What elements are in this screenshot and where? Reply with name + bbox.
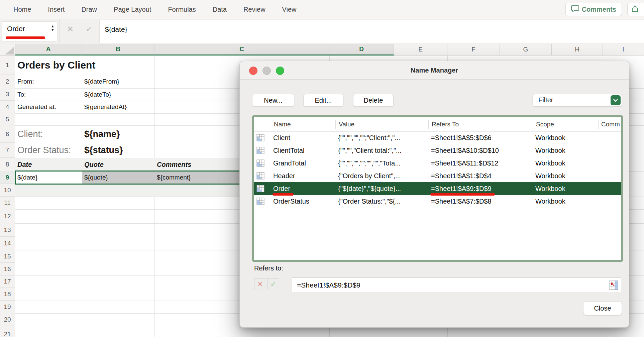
column-header-G[interactable]: G	[500, 44, 552, 55]
nm-refers: =Sheet1!$A$7:$D$8	[431, 195, 492, 208]
menu-item-data[interactable]: Data	[213, 6, 227, 13]
delete-button-label: Delete	[364, 97, 383, 104]
cell-B8[interactable]: Quote	[82, 158, 104, 171]
nm-refers: =Sheet1!$A$11:$D$12	[431, 157, 498, 170]
row-header-6[interactable]: 6	[0, 125, 15, 143]
traffic-zoom-button[interactable]	[276, 67, 284, 75]
select-all-corner[interactable]	[0, 44, 15, 56]
row-header-3[interactable]: 3	[0, 88, 15, 101]
cell-A6[interactable]: Client:	[15, 125, 43, 143]
close-button[interactable]: Close	[583, 301, 622, 315]
nm-value: {"${date}","${quote}...	[338, 182, 401, 195]
cancel-entry-icon[interactable]: ✕	[67, 24, 74, 34]
column-header-A[interactable]: A	[15, 44, 82, 55]
column-header-E[interactable]: E	[394, 44, 447, 55]
row-header-5[interactable]: 5	[0, 113, 15, 125]
edit-button[interactable]: Edit...	[303, 94, 343, 107]
comments-button[interactable]: Comments	[565, 3, 622, 16]
menu-item-view[interactable]: View	[282, 6, 297, 13]
cell-B4[interactable]: ${generatedAt}	[82, 101, 127, 113]
row-header-12[interactable]: 12	[0, 209, 15, 223]
named-range-icon	[256, 198, 264, 206]
nm-value: {"Order Status:","${...	[338, 195, 401, 208]
share-button[interactable]	[627, 3, 644, 16]
refers-to-input[interactable]: =Sheet1!$A$9:$D$9	[292, 277, 621, 293]
cell-A1[interactable]: Orders by Client	[15, 55, 95, 75]
row-header-7[interactable]: 7	[0, 143, 15, 158]
new-button[interactable]: New...	[252, 94, 294, 107]
name-box-stepper[interactable]: ▲▼	[51, 24, 55, 32]
menu-item-insert[interactable]: Insert	[48, 6, 65, 13]
row-header-11[interactable]: 11	[0, 197, 15, 209]
filter-label: Filter	[538, 96, 553, 104]
name-box[interactable]: Order ▲▼	[2, 21, 58, 41]
row-header-8[interactable]: 8	[0, 158, 15, 171]
cell-A8[interactable]: Date	[15, 158, 32, 171]
cell-B2[interactable]: ${dateFrom}	[82, 75, 119, 88]
nm-name: OrderStatus	[273, 195, 309, 208]
row-header-21[interactable]: 21	[0, 326, 15, 337]
cell-A2[interactable]: From:	[15, 75, 34, 88]
column-header-I[interactable]: I	[603, 44, 644, 55]
list-column-header-comment: Comm	[601, 117, 620, 131]
column-header-H[interactable]: H	[552, 44, 603, 55]
row-header-9[interactable]: 9	[0, 171, 15, 184]
dialog-titlebar[interactable]: Name Manager	[240, 61, 629, 80]
column-header-D[interactable]: D	[329, 44, 394, 55]
name-row-GrandTotal[interactable]: GrandTotal{"","","","";"","","Tota...=Sh…	[254, 157, 621, 170]
cell-C8[interactable]: Comments	[154, 158, 191, 171]
cell-B3[interactable]: ${dateTo}	[82, 88, 111, 101]
column-header-B[interactable]: B	[82, 44, 154, 55]
range-selector-icon[interactable]	[609, 280, 618, 291]
row-header-19[interactable]: 19	[0, 301, 15, 313]
menu-item-page-layout[interactable]: Page Layout	[114, 6, 151, 13]
row-header-14[interactable]: 14	[0, 237, 15, 250]
row-header-13[interactable]: 13	[0, 223, 15, 237]
name-row-Order[interactable]: Order{"${date}","${quote}...=Sheet1!$A$9…	[254, 182, 621, 195]
delete-button[interactable]: Delete	[353, 94, 394, 107]
traffic-minimize-button[interactable]	[262, 67, 271, 75]
menu-item-formulas[interactable]: Formulas	[168, 6, 196, 13]
row-header-1[interactable]: 1	[0, 55, 15, 75]
confirm-entry-icon[interactable]: ✓	[86, 24, 92, 34]
named-range-icon	[256, 159, 264, 168]
refers-confirm-button[interactable]: ✓	[267, 278, 279, 290]
chevron-down-icon[interactable]	[611, 95, 621, 105]
name-row-ClientTotal[interactable]: ClientTotal{"","","Client total:","...=S…	[254, 144, 621, 157]
row-header-15[interactable]: 15	[0, 250, 15, 263]
row-header-18[interactable]: 18	[0, 288, 15, 301]
list-column-header-name: Name	[274, 117, 291, 131]
cell-B7[interactable]: ${status}	[82, 143, 123, 158]
cell-B9[interactable]: ${quote}	[82, 171, 108, 184]
cell-A4[interactable]: Generated at:	[15, 101, 56, 113]
column-header-F[interactable]: F	[447, 44, 500, 55]
filter-dropdown[interactable]: Filter	[533, 94, 622, 107]
nm-name: GrandTotal	[273, 157, 306, 170]
cell-A9[interactable]: ${date}	[15, 171, 37, 184]
row-header-10[interactable]: 10	[0, 184, 15, 197]
name-manager-dialog: Name Manager New... Edit... Delete Filte…	[239, 61, 629, 328]
menu-item-draw[interactable]: Draw	[81, 6, 97, 13]
name-row-Client[interactable]: Client{"","","","";"Client:","...=Sheet1…	[254, 131, 621, 144]
close-button-label: Close	[594, 305, 611, 312]
cell-C9[interactable]: ${comment}	[154, 171, 191, 184]
row-header-20[interactable]: 20	[0, 313, 15, 326]
formula-input[interactable]: ${date}	[99, 20, 644, 43]
name-row-OrderStatus[interactable]: OrderStatus{"Order Status:","${...=Sheet…	[254, 195, 621, 208]
cell-A7[interactable]: Order Status:	[15, 143, 71, 158]
row-header-16[interactable]: 16	[0, 263, 15, 275]
column-header-C[interactable]: C	[154, 44, 329, 55]
row-header-17[interactable]: 17	[0, 275, 15, 288]
cell-B6[interactable]: ${name}	[82, 125, 120, 143]
menu-item-home[interactable]: Home	[13, 6, 31, 13]
menu-item-review[interactable]: Review	[243, 6, 265, 13]
cell-A3[interactable]: To:	[15, 88, 26, 101]
traffic-close-button[interactable]	[249, 67, 257, 75]
formula-bar-row: Order ▲▼ ✕ ✓ fx ${date}	[0, 19, 644, 44]
column-separator	[598, 120, 599, 129]
row-header-2[interactable]: 2	[0, 75, 15, 88]
refers-cancel-button[interactable]: ✕	[254, 278, 266, 290]
nm-value: {"","","","";"Client:","...	[338, 131, 400, 144]
row-header-4[interactable]: 4	[0, 101, 15, 113]
name-row-Header[interactable]: Header{"Orders by Client",...=Sheet1!$A$…	[254, 170, 621, 182]
